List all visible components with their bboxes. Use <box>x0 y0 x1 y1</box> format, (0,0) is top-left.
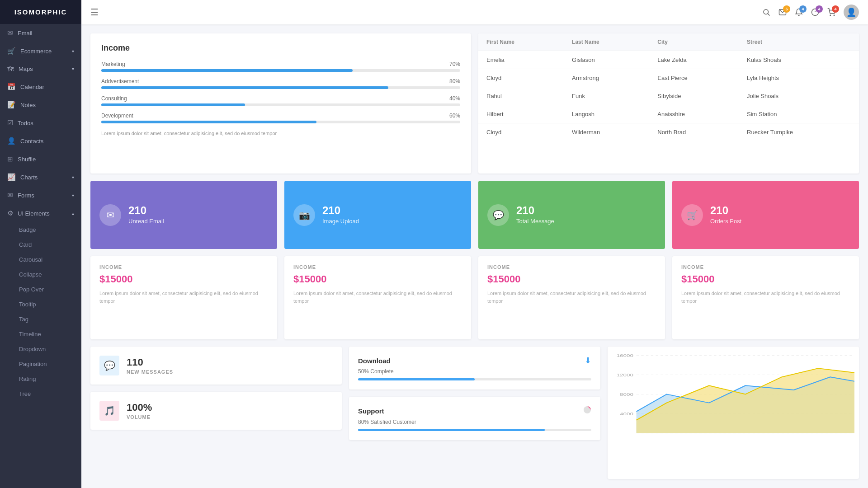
volume-card: 🎵 100% VOLUME <box>90 392 342 430</box>
sidebar-item-ui-elements[interactable]: ⚙ UI Elements ▴ <box>0 204 81 222</box>
income-sub-desc-1: Lorem ipsum dolor sit amet, consectetur … <box>293 290 462 305</box>
sidebar-sub-pagination[interactable]: Pagination <box>0 357 81 371</box>
sidebar-label-forms: Forms <box>18 192 34 199</box>
sidebar-item-email[interactable]: ✉ Email <box>0 24 81 42</box>
stat-card-message: 💬 210 Total Message <box>478 181 665 249</box>
income-sub-amount-0: $15000 <box>99 273 268 285</box>
ecommerce-icon: 🛒 <box>7 47 16 55</box>
income-sub-row: INCOME $15000 Lorem ipsum dolor sit amet… <box>90 256 859 339</box>
income-sub-label-0: INCOME <box>99 264 268 270</box>
svg-text:12000: 12000 <box>617 372 634 377</box>
svg-text:4000: 4000 <box>620 411 633 416</box>
income-sub-card-1: INCOME $15000 Lorem ipsum dolor sit amet… <box>284 256 471 339</box>
income-sub-label-2: INCOME <box>487 264 656 270</box>
income-description: Lorem ipsum dolor sit amet, consectetur … <box>101 130 460 137</box>
sidebar-item-todos[interactable]: ☑ Todos <box>0 114 81 132</box>
sidebar-sub-label: Tag <box>19 316 28 323</box>
support-progress-fill <box>358 429 545 431</box>
sidebar-sub-tooltip[interactable]: Tooltip <box>0 297 81 312</box>
table-row: CloydArmstrongEast PierceLyla Heights <box>478 69 859 87</box>
sidebar-sub-label: Tree <box>19 390 31 397</box>
sidebar-item-maps[interactable]: 🗺 Maps ▾ <box>0 60 81 78</box>
sidebar-item-shuffle[interactable]: ⊞ Shuffle <box>0 150 81 168</box>
download-title: Download <box>358 357 391 365</box>
svg-text:8000: 8000 <box>620 392 633 397</box>
sidebar-item-ecommerce[interactable]: 🛒 Ecommerce ▾ <box>0 42 81 60</box>
col-firstname: First Name <box>478 33 564 51</box>
sidebar-sub-tag[interactable]: Tag <box>0 312 81 327</box>
sidebar-sub-label: Tooltip <box>19 301 36 308</box>
notification-button[interactable]: 4 <box>811 8 819 16</box>
bottom-row: 💬 110 NEW MESSAGES 🎵 100% VOLUME <box>90 347 859 479</box>
messages-card: 💬 110 NEW MESSAGES <box>90 347 342 385</box>
sidebar-sub-badge[interactable]: Badge <box>0 222 81 237</box>
sidebar-sub-card[interactable]: Card <box>0 237 81 252</box>
sidebar-item-contacts[interactable]: 👤 Contacts <box>0 132 81 150</box>
sidebar-sub-popover[interactable]: Pop Over <box>0 282 81 297</box>
stat-label-email: Unread Email <box>128 218 164 225</box>
bell-button[interactable]: 4 <box>795 8 803 16</box>
col-street: Street <box>739 33 859 51</box>
email-badge: 5 <box>783 5 790 13</box>
income-sub-card-0: INCOME $15000 Lorem ipsum dolor sit amet… <box>90 256 277 339</box>
notification-badge: 4 <box>816 5 823 13</box>
chevron-icon: ▾ <box>72 49 74 54</box>
sidebar-sub-label: Timeline <box>19 331 41 338</box>
progress-label: Marketing 70% <box>101 61 460 67</box>
cart-badge: 4 <box>832 5 839 13</box>
sidebar-item-charts[interactable]: 📈 Charts ▾ <box>0 168 81 186</box>
stat-label-upload: Image Upload <box>322 218 359 225</box>
dl-sup-col: Download ⬇ 50% Complete Support <box>349 347 600 479</box>
svg-point-7 <box>834 15 835 16</box>
download-icon: ⬇ <box>585 356 591 366</box>
email-notification-button[interactable]: 5 <box>778 8 787 16</box>
sidebar-sub-collapse[interactable]: Collapse <box>0 267 81 282</box>
svg-text:16000: 16000 <box>617 353 634 358</box>
income-sub-card-3: INCOME $15000 Lorem ipsum dolor sit amet… <box>672 256 859 339</box>
svg-point-6 <box>830 15 831 16</box>
menu-icon[interactable]: ☰ <box>90 7 99 18</box>
stat-number-email: 210 <box>128 205 164 216</box>
income-card: Income Marketing 70% Addvertisement 80% <box>90 33 471 174</box>
stat-card-orders: 🛒 210 Orders Post <box>672 181 859 249</box>
charts-icon: 📈 <box>7 173 16 181</box>
user-avatar[interactable]: 👤 <box>844 5 859 20</box>
sidebar-sub-label: Pop Over <box>19 286 44 293</box>
sidebar-sub-rating[interactable]: Rating <box>0 371 81 386</box>
table-card: First Name Last Name City Street EmeliaG… <box>478 33 859 174</box>
sidebar-sub-carousal[interactable]: Carousal <box>0 252 81 267</box>
sidebar-sub-label: Dropdown <box>19 346 46 352</box>
volume-label: VOLUME <box>127 414 152 420</box>
progress-bar-bg <box>101 103 460 106</box>
sidebar-label-todos: Todos <box>18 120 33 127</box>
stats-row: ✉ 210 Unread Email 📷 210 Image Upload 💬 … <box>90 181 859 249</box>
sidebar-sub-dropdown[interactable]: Dropdown <box>0 342 81 357</box>
support-card: Support 80% Satisfied Customer <box>349 397 600 440</box>
sidebar-item-forms[interactable]: ✉ Forms ▾ <box>0 186 81 204</box>
progress-row-marketing: Marketing 70% <box>101 61 460 72</box>
sidebar-sub-tree[interactable]: Tree <box>0 386 81 401</box>
income-sub-label-3: INCOME <box>681 264 850 270</box>
sidebar-item-calendar[interactable]: 📅 Calendar <box>0 78 81 96</box>
income-sub-card-2: INCOME $15000 Lorem ipsum dolor sit amet… <box>478 256 665 339</box>
stat-number-orders: 210 <box>710 205 741 216</box>
progress-bar-bg <box>101 86 460 89</box>
sidebar-label-calendar: Calendar <box>20 84 44 90</box>
cart-button[interactable]: 4 <box>827 8 835 16</box>
sidebar-item-notes[interactable]: 📝 Notes <box>0 96 81 114</box>
sidebar-label-ecommerce: Ecommerce <box>20 48 52 55</box>
sidebar-sub-timeline[interactable]: Timeline <box>0 327 81 342</box>
support-progress-bg <box>358 429 591 431</box>
search-button[interactable] <box>762 8 770 16</box>
income-sub-amount-2: $15000 <box>487 273 656 285</box>
table-row: RahulFunkSibylsideJolie Shoals <box>478 87 859 105</box>
progress-row-dev: Development 60% <box>101 113 460 123</box>
download-header: Download ⬇ <box>358 356 591 366</box>
income-sub-desc-3: Lorem ipsum dolor sit amet, consectetur … <box>681 290 850 305</box>
main-area: ☰ 5 4 4 4 👤 <box>81 0 868 488</box>
progress-bar-bg <box>101 69 460 72</box>
download-pct-label: 50% Complete <box>358 368 591 375</box>
messages-label: NEW MESSAGES <box>127 369 173 375</box>
forms-icon: ✉ <box>7 191 13 199</box>
progress-bar-fill <box>101 69 353 72</box>
